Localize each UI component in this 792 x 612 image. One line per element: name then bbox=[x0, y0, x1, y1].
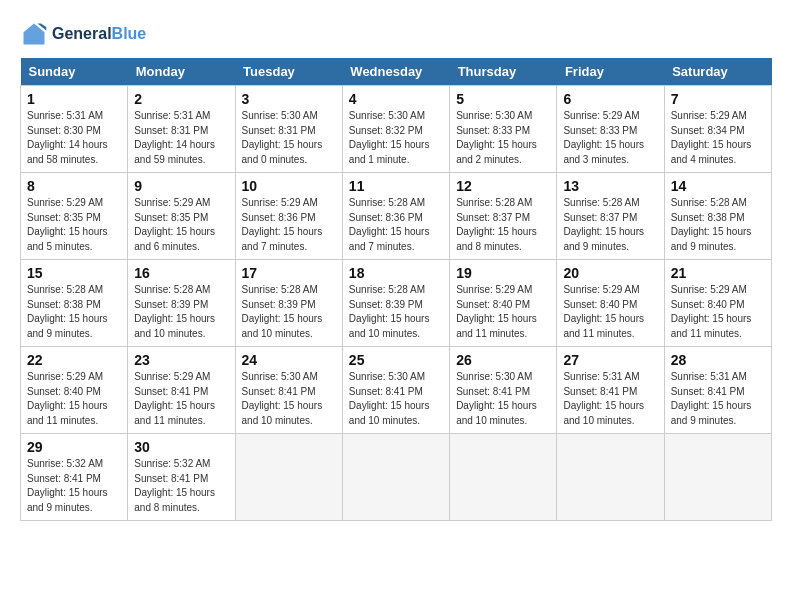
day-info: Sunrise: 5:30 AM Sunset: 8:31 PM Dayligh… bbox=[242, 109, 336, 167]
day-info: Sunrise: 5:31 AM Sunset: 8:31 PM Dayligh… bbox=[134, 109, 228, 167]
calendar-cell: 21Sunrise: 5:29 AM Sunset: 8:40 PM Dayli… bbox=[664, 260, 771, 347]
day-info: Sunrise: 5:32 AM Sunset: 8:41 PM Dayligh… bbox=[27, 457, 121, 515]
calendar-cell bbox=[557, 434, 664, 521]
day-number: 16 bbox=[134, 265, 228, 281]
calendar-cell: 23Sunrise: 5:29 AM Sunset: 8:41 PM Dayli… bbox=[128, 347, 235, 434]
day-info: Sunrise: 5:29 AM Sunset: 8:41 PM Dayligh… bbox=[134, 370, 228, 428]
day-info: Sunrise: 5:28 AM Sunset: 8:38 PM Dayligh… bbox=[27, 283, 121, 341]
day-number: 1 bbox=[27, 91, 121, 107]
calendar-cell bbox=[235, 434, 342, 521]
week-row-4: 22Sunrise: 5:29 AM Sunset: 8:40 PM Dayli… bbox=[21, 347, 772, 434]
calendar-cell: 29Sunrise: 5:32 AM Sunset: 8:41 PM Dayli… bbox=[21, 434, 128, 521]
day-number: 26 bbox=[456, 352, 550, 368]
calendar-cell: 30Sunrise: 5:32 AM Sunset: 8:41 PM Dayli… bbox=[128, 434, 235, 521]
weekday-header-sunday: Sunday bbox=[21, 58, 128, 86]
calendar-cell bbox=[450, 434, 557, 521]
day-info: Sunrise: 5:29 AM Sunset: 8:35 PM Dayligh… bbox=[134, 196, 228, 254]
calendar-cell: 17Sunrise: 5:28 AM Sunset: 8:39 PM Dayli… bbox=[235, 260, 342, 347]
day-info: Sunrise: 5:32 AM Sunset: 8:41 PM Dayligh… bbox=[134, 457, 228, 515]
day-info: Sunrise: 5:28 AM Sunset: 8:39 PM Dayligh… bbox=[242, 283, 336, 341]
day-info: Sunrise: 5:28 AM Sunset: 8:37 PM Dayligh… bbox=[456, 196, 550, 254]
calendar-cell: 25Sunrise: 5:30 AM Sunset: 8:41 PM Dayli… bbox=[342, 347, 449, 434]
calendar-body: 1Sunrise: 5:31 AM Sunset: 8:30 PM Daylig… bbox=[21, 86, 772, 521]
calendar-cell: 13Sunrise: 5:28 AM Sunset: 8:37 PM Dayli… bbox=[557, 173, 664, 260]
day-info: Sunrise: 5:30 AM Sunset: 8:32 PM Dayligh… bbox=[349, 109, 443, 167]
day-number: 4 bbox=[349, 91, 443, 107]
calendar-cell: 8Sunrise: 5:29 AM Sunset: 8:35 PM Daylig… bbox=[21, 173, 128, 260]
weekday-header-row: SundayMondayTuesdayWednesdayThursdayFrid… bbox=[21, 58, 772, 86]
day-info: Sunrise: 5:30 AM Sunset: 8:41 PM Dayligh… bbox=[349, 370, 443, 428]
day-info: Sunrise: 5:29 AM Sunset: 8:40 PM Dayligh… bbox=[563, 283, 657, 341]
day-info: Sunrise: 5:28 AM Sunset: 8:37 PM Dayligh… bbox=[563, 196, 657, 254]
calendar-cell bbox=[664, 434, 771, 521]
day-info: Sunrise: 5:29 AM Sunset: 8:34 PM Dayligh… bbox=[671, 109, 765, 167]
day-number: 29 bbox=[27, 439, 121, 455]
day-number: 28 bbox=[671, 352, 765, 368]
day-info: Sunrise: 5:30 AM Sunset: 8:41 PM Dayligh… bbox=[242, 370, 336, 428]
calendar-cell: 26Sunrise: 5:30 AM Sunset: 8:41 PM Dayli… bbox=[450, 347, 557, 434]
day-number: 14 bbox=[671, 178, 765, 194]
calendar-cell: 4Sunrise: 5:30 AM Sunset: 8:32 PM Daylig… bbox=[342, 86, 449, 173]
day-info: Sunrise: 5:30 AM Sunset: 8:41 PM Dayligh… bbox=[456, 370, 550, 428]
calendar-cell: 6Sunrise: 5:29 AM Sunset: 8:33 PM Daylig… bbox=[557, 86, 664, 173]
week-row-5: 29Sunrise: 5:32 AM Sunset: 8:41 PM Dayli… bbox=[21, 434, 772, 521]
weekday-header-tuesday: Tuesday bbox=[235, 58, 342, 86]
day-number: 7 bbox=[671, 91, 765, 107]
day-info: Sunrise: 5:31 AM Sunset: 8:41 PM Dayligh… bbox=[671, 370, 765, 428]
weekday-header-monday: Monday bbox=[128, 58, 235, 86]
day-number: 19 bbox=[456, 265, 550, 281]
day-number: 15 bbox=[27, 265, 121, 281]
day-number: 21 bbox=[671, 265, 765, 281]
day-number: 10 bbox=[242, 178, 336, 194]
day-number: 17 bbox=[242, 265, 336, 281]
day-info: Sunrise: 5:28 AM Sunset: 8:39 PM Dayligh… bbox=[349, 283, 443, 341]
calendar-cell: 20Sunrise: 5:29 AM Sunset: 8:40 PM Dayli… bbox=[557, 260, 664, 347]
calendar-cell: 18Sunrise: 5:28 AM Sunset: 8:39 PM Dayli… bbox=[342, 260, 449, 347]
day-info: Sunrise: 5:30 AM Sunset: 8:33 PM Dayligh… bbox=[456, 109, 550, 167]
weekday-header-thursday: Thursday bbox=[450, 58, 557, 86]
day-number: 30 bbox=[134, 439, 228, 455]
logo-icon bbox=[20, 20, 48, 48]
week-row-2: 8Sunrise: 5:29 AM Sunset: 8:35 PM Daylig… bbox=[21, 173, 772, 260]
calendar-cell: 27Sunrise: 5:31 AM Sunset: 8:41 PM Dayli… bbox=[557, 347, 664, 434]
week-row-3: 15Sunrise: 5:28 AM Sunset: 8:38 PM Dayli… bbox=[21, 260, 772, 347]
day-number: 3 bbox=[242, 91, 336, 107]
day-number: 24 bbox=[242, 352, 336, 368]
calendar-cell: 1Sunrise: 5:31 AM Sunset: 8:30 PM Daylig… bbox=[21, 86, 128, 173]
day-number: 8 bbox=[27, 178, 121, 194]
calendar-cell: 9Sunrise: 5:29 AM Sunset: 8:35 PM Daylig… bbox=[128, 173, 235, 260]
calendar-cell bbox=[342, 434, 449, 521]
day-info: Sunrise: 5:28 AM Sunset: 8:39 PM Dayligh… bbox=[134, 283, 228, 341]
day-number: 9 bbox=[134, 178, 228, 194]
day-info: Sunrise: 5:29 AM Sunset: 8:33 PM Dayligh… bbox=[563, 109, 657, 167]
day-number: 2 bbox=[134, 91, 228, 107]
day-info: Sunrise: 5:31 AM Sunset: 8:41 PM Dayligh… bbox=[563, 370, 657, 428]
calendar-cell: 10Sunrise: 5:29 AM Sunset: 8:36 PM Dayli… bbox=[235, 173, 342, 260]
day-number: 6 bbox=[563, 91, 657, 107]
week-row-1: 1Sunrise: 5:31 AM Sunset: 8:30 PM Daylig… bbox=[21, 86, 772, 173]
calendar-cell: 24Sunrise: 5:30 AM Sunset: 8:41 PM Dayli… bbox=[235, 347, 342, 434]
calendar-cell: 28Sunrise: 5:31 AM Sunset: 8:41 PM Dayli… bbox=[664, 347, 771, 434]
calendar-cell: 12Sunrise: 5:28 AM Sunset: 8:37 PM Dayli… bbox=[450, 173, 557, 260]
weekday-header-wednesday: Wednesday bbox=[342, 58, 449, 86]
day-info: Sunrise: 5:29 AM Sunset: 8:40 PM Dayligh… bbox=[456, 283, 550, 341]
day-number: 23 bbox=[134, 352, 228, 368]
day-info: Sunrise: 5:28 AM Sunset: 8:36 PM Dayligh… bbox=[349, 196, 443, 254]
calendar-cell: 11Sunrise: 5:28 AM Sunset: 8:36 PM Dayli… bbox=[342, 173, 449, 260]
day-number: 22 bbox=[27, 352, 121, 368]
calendar-cell: 15Sunrise: 5:28 AM Sunset: 8:38 PM Dayli… bbox=[21, 260, 128, 347]
weekday-header-saturday: Saturday bbox=[664, 58, 771, 86]
page-header: GeneralBlue bbox=[20, 20, 772, 48]
calendar-cell: 7Sunrise: 5:29 AM Sunset: 8:34 PM Daylig… bbox=[664, 86, 771, 173]
day-info: Sunrise: 5:29 AM Sunset: 8:35 PM Dayligh… bbox=[27, 196, 121, 254]
calendar-cell: 19Sunrise: 5:29 AM Sunset: 8:40 PM Dayli… bbox=[450, 260, 557, 347]
calendar-cell: 2Sunrise: 5:31 AM Sunset: 8:31 PM Daylig… bbox=[128, 86, 235, 173]
day-number: 13 bbox=[563, 178, 657, 194]
calendar-cell: 16Sunrise: 5:28 AM Sunset: 8:39 PM Dayli… bbox=[128, 260, 235, 347]
day-info: Sunrise: 5:29 AM Sunset: 8:40 PM Dayligh… bbox=[671, 283, 765, 341]
day-number: 11 bbox=[349, 178, 443, 194]
svg-marker-0 bbox=[24, 24, 45, 45]
day-number: 5 bbox=[456, 91, 550, 107]
day-info: Sunrise: 5:31 AM Sunset: 8:30 PM Dayligh… bbox=[27, 109, 121, 167]
day-number: 27 bbox=[563, 352, 657, 368]
